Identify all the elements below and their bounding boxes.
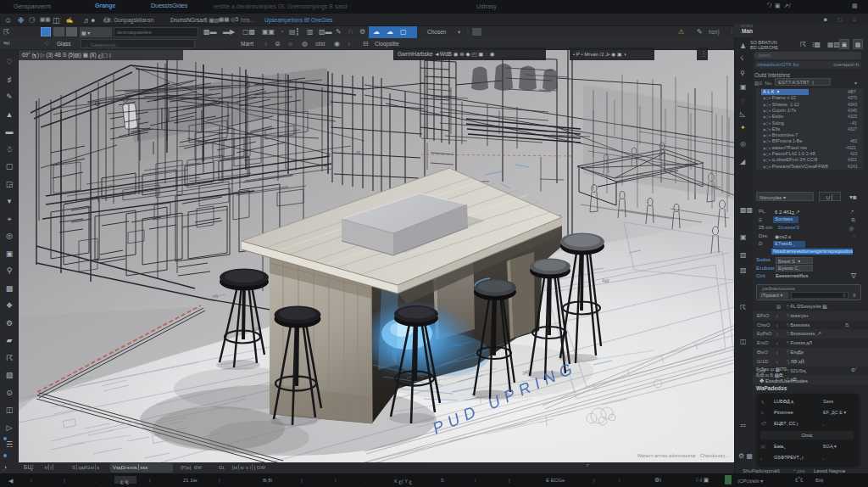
svg-text:86: 86 xyxy=(356,150,361,155)
svg-text:Wanem armse aderessemar · Ch: Wanem armse aderessemar · Chanductay… xyxy=(637,453,730,458)
